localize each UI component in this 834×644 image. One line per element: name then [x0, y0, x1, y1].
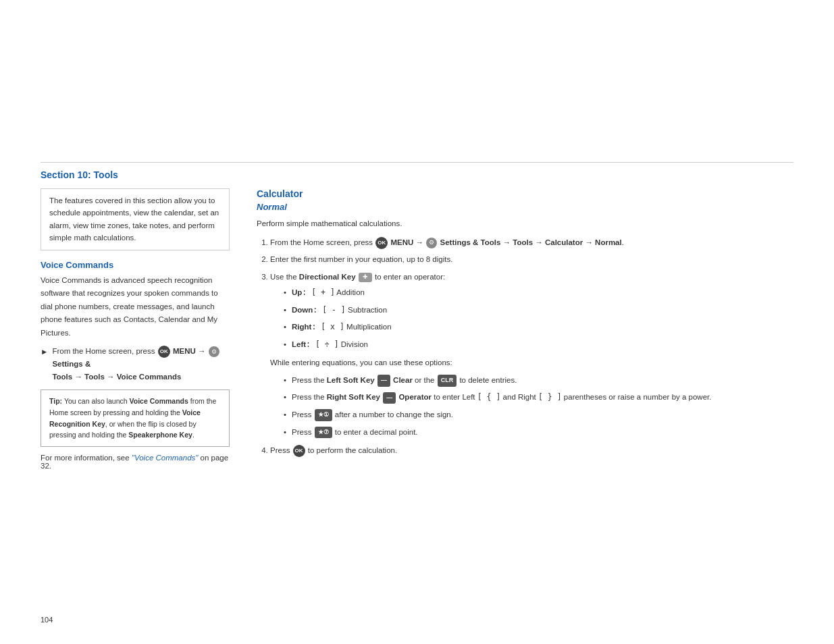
- settings-icon-step1: ⚙: [426, 238, 437, 248]
- calc-steps: From the Home screen, press OK MENU → ⚙ …: [270, 236, 793, 458]
- step-1: From the Home screen, press OK MENU → ⚙ …: [270, 236, 793, 250]
- voice-commands-nav: ► From the Home screen, press OK MENU → …: [41, 345, 230, 383]
- normal-label: Normal: [257, 202, 793, 212]
- operator-list: Up: [ + ] Addition Down: [ - ] Subtracti…: [284, 286, 793, 351]
- see-more-link: "Voice Commands": [132, 454, 199, 462]
- voice-commands-body: Voice Commands is advanced speech recogn…: [41, 274, 230, 340]
- section-header: Section 10: Tools: [41, 162, 793, 180]
- settings-gear-icon: ⚙: [209, 346, 219, 357]
- calc-intro: Perform simple mathematical calculations…: [257, 217, 793, 231]
- clr-key-icon: CLR: [438, 375, 457, 386]
- option-1: Press the Left Soft Key — Clear or the C…: [284, 374, 793, 387]
- left-column: The features covered in this section all…: [41, 188, 230, 470]
- step-2: Enter the first number in your equation,…: [270, 253, 793, 267]
- page: Section 10: Tools The features covered i…: [0, 0, 834, 644]
- tip-text: You can also launch Voice Commands from …: [49, 397, 216, 439]
- right-soft-key-icon: —: [383, 392, 396, 404]
- right-column: Calculator Normal Perform simple mathema…: [257, 188, 793, 470]
- ok-key-step4: OK: [293, 445, 305, 457]
- options-list: Press the Left Soft Key — Clear or the C…: [284, 374, 793, 439]
- intro-box: The features covered in this section all…: [41, 188, 230, 250]
- ok-key-icon: OK: [158, 346, 170, 358]
- while-entering: While entering equations, you can use th…: [270, 356, 793, 370]
- voice-commands-heading: Voice Commands: [41, 260, 230, 270]
- page-number: 104: [41, 616, 53, 624]
- two-column-layout: The features covered in this section all…: [41, 188, 793, 470]
- nav-text: From the Home screen, press OK MENU → ⚙ …: [52, 345, 230, 383]
- op-left: Left: [ ÷ ] Division: [284, 338, 793, 352]
- ok-key-step1: OK: [375, 237, 388, 249]
- see-more-text: For more information, see "Voice Command…: [41, 454, 230, 470]
- arrow-icon: ►: [41, 346, 48, 358]
- step-4: Press OK to perform the calculation.: [270, 444, 793, 458]
- tip-box: Tip: You can also launch Voice Commands …: [41, 390, 230, 447]
- op-right: Right: [ x ] Multiplication: [284, 321, 793, 334]
- decimal-key-icon: ★⑦: [315, 427, 332, 438]
- calculator-heading: Calculator: [257, 188, 793, 199]
- op-up: Up: [ + ] Addition: [284, 286, 793, 300]
- intro-text: The features covered in this section all…: [49, 196, 219, 242]
- op-down: Down: [ - ] Subtraction: [284, 304, 793, 317]
- step-3: Use the Directional Key ✚ to enter an op…: [270, 271, 793, 439]
- option-2: Press the Right Soft Key — Operator to e…: [284, 391, 793, 404]
- option-3: Press ★① after a number to change the si…: [284, 408, 793, 422]
- option-4: Press ★⑦ to enter a decimal point.: [284, 426, 793, 439]
- left-soft-key-icon: —: [377, 375, 390, 386]
- sign-key-icon: ★①: [315, 409, 332, 421]
- section-title: Section 10: Tools: [41, 169, 118, 180]
- tip-label: Tip:: [49, 397, 64, 405]
- dir-key-icon: ✚: [359, 273, 372, 282]
